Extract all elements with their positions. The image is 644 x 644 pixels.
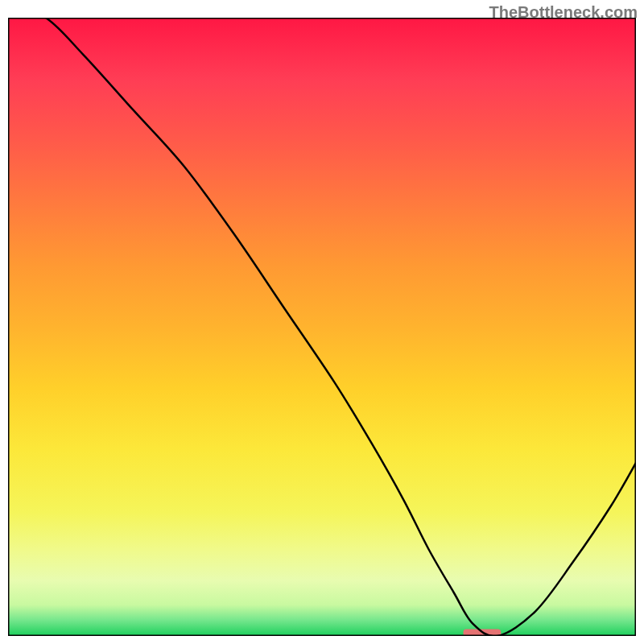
- plot-background: [8, 18, 636, 636]
- watermark-text: TheBottleneck.com: [489, 3, 638, 22]
- chart-svg: [8, 18, 636, 636]
- plot-frame: [8, 18, 636, 636]
